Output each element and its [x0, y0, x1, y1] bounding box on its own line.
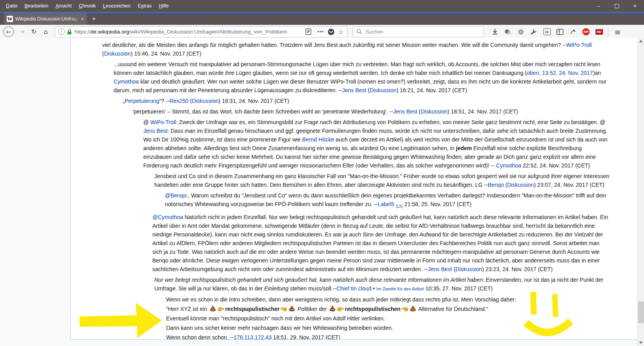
minimize-button[interactable]: – [590, 0, 608, 12]
text-run: • [371, 285, 376, 292]
new-tab-button[interactable]: + [87, 15, 101, 23]
wiki-link[interactable]: Perpetuierung [125, 98, 159, 104]
text-run: ) 15:46, 24. Nov. 2017 (CET) [131, 50, 201, 57]
point-left-icon [401, 305, 408, 313]
wiki-link[interactable]: Jens Best [143, 128, 167, 134]
text-run: : Zweck der Umfrage war es, ein Stimmung… [176, 119, 605, 125]
wiki-link[interactable]: Diskussion [507, 182, 534, 188]
wiki-link[interactable]: Jens Best [393, 108, 417, 115]
tab-close-icon[interactable]: × [81, 16, 84, 22]
wiki-link[interactable]: Jens Best [342, 87, 366, 93]
close-button[interactable]: × [626, 0, 644, 12]
wiki-link[interactable]: Diskussion [455, 266, 482, 272]
reader-mode-icon[interactable] [305, 28, 311, 35]
text-run: "Herr XYZ ist ein [166, 306, 209, 312]
wiki-link[interactable]: Label5 [378, 201, 394, 207]
wiki-link[interactable]: Diskussion [370, 87, 397, 93]
wiki-link[interactable]: Rex250 [169, 98, 188, 104]
poop-icon [288, 305, 295, 313]
menu-extras[interactable]: Extras [134, 2, 155, 10]
sidebar-toggle-icon[interactable] [554, 26, 566, 37]
point-right-icon [218, 305, 225, 313]
bookmark-star-icon[interactable]: ☆ [338, 28, 344, 36]
wiki-link[interactable]: Diskussion [192, 98, 219, 104]
search-bar[interactable]: Suchen [352, 26, 483, 37]
menu-list: DateiBearbeitenAnsichtChronikLesezeichen… [2, 2, 172, 10]
poop-icon [210, 305, 216, 313]
menu-hamburger-icon[interactable]: ≡ [612, 26, 623, 37]
text-run: ) 18:31, 24. Nov. 2017 (CET) [219, 98, 289, 104]
comment-paragraph: Jensbest und Co sind in diesem Zusammenh… [154, 172, 610, 189]
menu-hilfe[interactable]: Hilfe [155, 2, 172, 10]
vertical-scrollbar[interactable] [637, 38, 644, 346]
scroll-down-icon[interactable] [638, 339, 644, 346]
back-button[interactable]: ← [3, 26, 14, 37]
wiki-link[interactable]: Cymothoa [114, 78, 139, 85]
comment-paragraph: 'perpetuieren' – Stimmt, das ist das Wor… [133, 107, 610, 116]
scrollbar-thumb[interactable] [638, 301, 644, 323]
wiki-link[interactable]: oben, 13:52, 24. Nov. 2017 [527, 70, 593, 76]
page-actions-icon[interactable]: ••• [317, 29, 324, 35]
wiki-link[interactable]: Jens Best [428, 266, 452, 272]
browser-window: DateiBearbeitenAnsichtChronikLesezeichen… [0, 0, 644, 346]
wiki-link[interactable]: Cymothoa [496, 162, 521, 169]
dictionary-extension-icon[interactable]: ab [541, 26, 553, 37]
forward-button[interactable]: → [16, 26, 28, 37]
hd-extension-icon[interactable]: HD [593, 26, 605, 37]
wiki-link[interactable]: Benqo [488, 182, 504, 188]
text-run: Eventuell könnte man "rechtspopulisitisc… [166, 315, 385, 322]
pocket-icon[interactable] [328, 28, 335, 35]
comment-paragraph: @Cymothoa Natürlich nicht in jedem Einze… [152, 213, 610, 273]
wiki-link[interactable]: Bernd Höcke [302, 136, 334, 143]
menu-bar: DateiBearbeitenAnsichtChronikLesezeichen… [0, 0, 644, 12]
comment-paragraph: ...uuuund ein weiterer Versuch mit manip… [114, 60, 610, 95]
wrench-icon[interactable] [528, 26, 540, 37]
reload-button[interactable]: ↻ [28, 26, 40, 37]
wiki-link[interactable]: 178.113.172.43 [234, 334, 271, 340]
sun-settings-icon[interactable] [515, 26, 527, 37]
home-button[interactable]: ⌂ [40, 26, 52, 37]
downloads-icon[interactable] [489, 26, 501, 37]
wiki-link[interactable]: Im Zweifel für den Artikel [376, 286, 424, 291]
comment-paragraph: "Herr XYZ ist ein rechtspupulistischer P… [166, 305, 610, 313]
text-run: Wenn wir es schon in die Intro schreiben… [166, 296, 516, 303]
wiki-link[interactable]: Diskussion [421, 108, 447, 115]
text-run: ( [366, 87, 370, 93]
wiki-link[interactable]: Diskussion [104, 50, 131, 57]
menu-bearbeiten[interactable]: Bearbeiten [21, 2, 52, 10]
comment-paragraph: Dann kann uns sicher keiner mehr nachsag… [166, 324, 610, 332]
comment-paragraph: @Benqo:, Warum schreibst du "Jensbest un… [165, 191, 610, 211]
url-text: https://de.wikipedia.org/wiki/Wikipedia_… [75, 29, 305, 35]
poop-icon [329, 305, 336, 313]
info-icon[interactable]: i [58, 28, 65, 35]
adblock-plus-icon[interactable]: ABP [580, 26, 592, 37]
page-action-separator [314, 28, 315, 35]
comment-paragraph: „Perpetuierung“? --Rex250 (Diskussion) 1… [123, 97, 610, 105]
text-run: Politiker der [296, 306, 328, 312]
molecule-extension-icon[interactable] [502, 26, 514, 37]
wiki-link[interactable]: Chief tin cloud [336, 285, 371, 292]
text-run: ( [452, 266, 456, 272]
comment-paragraph: Wenn schon denn schon, --178.113.172.43 … [166, 333, 610, 340]
text-run: @ [143, 119, 150, 125]
menu-datei[interactable]: Datei [2, 2, 21, 10]
comment-paragraph: Eventuell könnte man "rechtspopulisitisc… [166, 314, 610, 323]
comment-paragraph: Wenn wir es schon in die Intro schreiben… [166, 295, 610, 304]
eyedropper-icon[interactable] [567, 26, 579, 37]
wiki-link[interactable]: @Benqo: [165, 192, 188, 199]
text-run: rechtspopulistischen [345, 306, 401, 312]
menu-ansicht[interactable]: Ansicht [52, 2, 75, 10]
menu-chronik[interactable]: Chronik [75, 2, 99, 10]
wiki-link[interactable]: WiPo-Troll [150, 119, 176, 125]
wiki-link[interactable]: @Cymothoa [152, 214, 183, 220]
wiki-link[interactable]: WiPo-Troll [566, 42, 592, 48]
wiki-link[interactable]: (L5) [396, 204, 403, 208]
menu-lesezeichen[interactable]: Lesezeichen [99, 2, 134, 10]
text-run: 22:52, 24. Nov. 2017 (CET) [521, 162, 590, 169]
poop-icon [410, 305, 416, 313]
url-bar[interactable]: i https://de.wikipedia.org/wiki/Wikipedi… [55, 26, 348, 37]
comment-paragraph: Nur wer belegt rechtspopulistisch gehand… [154, 275, 610, 293]
browser-tab[interactable]: W Wikipedia Diskussion:Umfragen × [4, 13, 87, 25]
scroll-up-icon[interactable] [638, 38, 644, 45]
maximize-button[interactable] [608, 0, 626, 12]
